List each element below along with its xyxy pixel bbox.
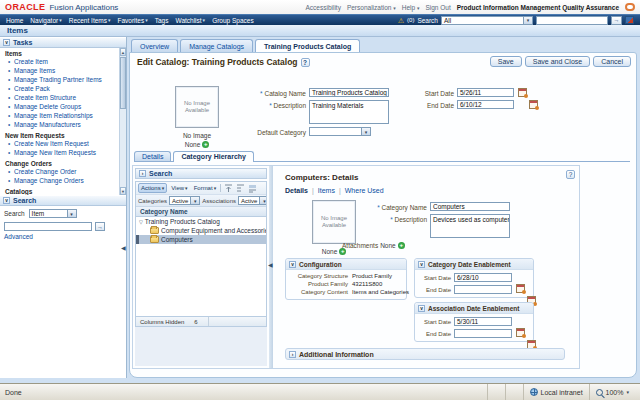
- additional-information-header[interactable]: › Additional Information: [285, 348, 565, 360]
- nav-favorites[interactable]: Favorites▾: [118, 17, 148, 24]
- task-link-manage-delete-groups[interactable]: Manage Delete Groups: [5, 102, 118, 111]
- scrollbar-thumb[interactable]: [120, 57, 126, 109]
- tree-row-selected[interactable]: Computers: [136, 235, 266, 244]
- go-top-icon[interactable]: [235, 184, 245, 193]
- detail-tab-items[interactable]: Items: [318, 187, 335, 194]
- nav-home[interactable]: Home: [6, 17, 23, 24]
- search-go-button[interactable]: →: [611, 16, 622, 25]
- nav-tags[interactable]: Tags: [155, 17, 169, 24]
- subtab-details[interactable]: Details: [134, 151, 171, 161]
- sign-out-link[interactable]: Sign Out: [425, 4, 450, 11]
- tree-row-root[interactable]: ▽ Training Products Catalog: [136, 217, 266, 226]
- sidebar-search-scope-select[interactable]: Item ▾: [29, 209, 77, 218]
- global-search-scope-select[interactable]: All ▾: [441, 16, 533, 25]
- calendar-icon[interactable]: [516, 328, 525, 337]
- help-icon[interactable]: ?: [301, 58, 310, 67]
- add-attachment-icon[interactable]: +: [202, 141, 209, 148]
- categories-filter-select[interactable]: Active ▾: [169, 196, 200, 205]
- tab-training-products-catalog[interactable]: Training Products Catalog: [255, 39, 360, 52]
- nav-navigator[interactable]: Navigator▾: [30, 17, 61, 24]
- tree-row[interactable]: Computer Equipment and Accessories: [136, 226, 266, 235]
- task-link-create-pack[interactable]: Create Pack: [5, 84, 118, 93]
- association-start-date-input[interactable]: 5/30/11: [454, 317, 512, 326]
- conversation-icon[interactable]: [625, 3, 635, 11]
- collapse-icon[interactable]: ∨: [3, 197, 10, 204]
- tab-overview[interactable]: Overview: [131, 39, 178, 52]
- expand-icon[interactable]: ›: [139, 170, 146, 177]
- calendar-icon[interactable]: [529, 100, 538, 109]
- expanded-node-icon[interactable]: ▽: [139, 219, 143, 225]
- task-link-create-change-order[interactable]: Create Change Order: [5, 167, 118, 176]
- format-menu-button[interactable]: Format▾: [192, 184, 219, 192]
- personalization-menu[interactable]: Personalization ▾: [347, 4, 396, 11]
- actions-menu-button[interactable]: Actions▾: [138, 183, 167, 193]
- collapse-icon[interactable]: ∨: [3, 39, 10, 46]
- calendar-icon[interactable]: [518, 88, 527, 97]
- catalog-description-textarea[interactable]: Training Materials: [309, 100, 389, 124]
- detail-tab-details[interactable]: Details: [285, 187, 308, 194]
- association-end-date-input[interactable]: [454, 329, 512, 338]
- nav-recent-items[interactable]: Recent Items▾: [69, 17, 111, 24]
- advanced-search-icon[interactable]: [625, 16, 634, 24]
- splitter-collapse-icon[interactable]: ◀: [268, 261, 273, 268]
- expand-icon[interactable]: ›: [289, 351, 296, 358]
- category-description-textarea[interactable]: Devices used as computers: [430, 214, 510, 238]
- category-start-date-input[interactable]: 6/28/10: [454, 273, 512, 282]
- add-image-icon[interactable]: +: [339, 248, 346, 255]
- view-menu-button[interactable]: View▾: [169, 184, 189, 192]
- collapse-icon[interactable]: ∨: [289, 261, 296, 268]
- category-name-input[interactable]: Computers: [430, 202, 510, 211]
- default-category-select[interactable]: ▾: [309, 127, 371, 136]
- help-icon[interactable]: ?: [566, 170, 575, 179]
- catalog-name-input[interactable]: Training Products Catalog: [309, 88, 389, 97]
- start-date-input[interactable]: 5/26/11: [457, 88, 514, 97]
- sidebar-search-input[interactable]: [4, 222, 92, 231]
- add-attachment-icon[interactable]: +: [398, 242, 405, 249]
- task-link-manage-new-item-requests[interactable]: Manage New Item Requests: [5, 148, 118, 157]
- task-link-manage-manufacturers[interactable]: Manage Manufacturers: [5, 120, 118, 129]
- accessibility-link[interactable]: Accessibility: [306, 4, 341, 11]
- collapse-icon[interactable]: ∨: [418, 261, 425, 268]
- task-link-manage-change-orders[interactable]: Manage Change Orders: [5, 176, 118, 185]
- zoom-segment[interactable]: 100% ▾: [589, 384, 635, 400]
- nav-watchlist[interactable]: Watchlist▾: [175, 17, 205, 24]
- advanced-search-link[interactable]: Advanced: [4, 233, 123, 240]
- tree-search-header[interactable]: › Search: [135, 168, 267, 179]
- tab-manage-catalogs[interactable]: Manage Catalogs: [180, 39, 253, 52]
- task-link-manage-trading-partner-items[interactable]: Manage Trading Partner Items: [5, 75, 118, 84]
- calendar-icon[interactable]: [516, 284, 525, 293]
- category-date-enablement-header[interactable]: ∨ Category Date Enablement: [415, 259, 533, 270]
- sidebar-search-go-button[interactable]: →: [95, 222, 105, 231]
- subtab-category-hierarchy[interactable]: Category Hierarchy: [173, 151, 254, 162]
- associations-filter-select[interactable]: Active ▾: [238, 196, 266, 205]
- category-hierarchy-region: › Search Actions▾ View▾ Format▾ Categor: [132, 165, 580, 369]
- task-link-create-item[interactable]: Create Item: [5, 57, 118, 66]
- configuration-header[interactable]: ∨ Configuration: [286, 259, 406, 270]
- end-date-input[interactable]: 6/10/12: [457, 100, 514, 109]
- tree-column-header[interactable]: Category Name: [136, 207, 266, 217]
- task-link-manage-item-relationships[interactable]: Manage Item Relationships: [5, 111, 118, 120]
- chevron-down-icon[interactable]: ▾: [626, 389, 629, 395]
- help-menu[interactable]: Help ▾: [402, 4, 420, 11]
- sidebar-collapse-arrow-icon[interactable]: ◀: [121, 244, 126, 251]
- tasks-scrollbar[interactable]: ▲ ▼: [119, 48, 126, 195]
- task-link-manage-items[interactable]: Manage Items: [5, 66, 118, 75]
- scroll-down-icon[interactable]: ▼: [120, 187, 126, 195]
- go-up-icon[interactable]: [223, 184, 233, 193]
- scroll-up-icon[interactable]: ▲: [120, 48, 126, 56]
- tasks-panel-header[interactable]: ∨ Tasks: [0, 37, 126, 48]
- task-link-create-item-structure[interactable]: Create Item Structure: [5, 93, 118, 102]
- save-button[interactable]: Save: [490, 56, 522, 67]
- save-and-close-button[interactable]: Save and Close: [525, 56, 590, 67]
- warning-icon[interactable]: ⚠: [398, 17, 404, 24]
- search-panel-header[interactable]: ∨ Search: [0, 195, 126, 206]
- global-search-input[interactable]: [536, 16, 608, 25]
- cancel-button[interactable]: Cancel: [593, 56, 631, 67]
- show-as-top-icon[interactable]: [247, 184, 257, 193]
- association-date-enablement-header[interactable]: ∨ Association Date Enablement: [415, 303, 533, 314]
- nav-group-spaces[interactable]: Group Spaces: [212, 17, 254, 24]
- category-end-date-input[interactable]: [454, 285, 512, 294]
- collapse-icon[interactable]: ∨: [418, 305, 425, 312]
- task-link-create-new-item-request[interactable]: Create New Item Request: [5, 139, 118, 148]
- detail-tab-where-used[interactable]: Where Used: [345, 187, 384, 194]
